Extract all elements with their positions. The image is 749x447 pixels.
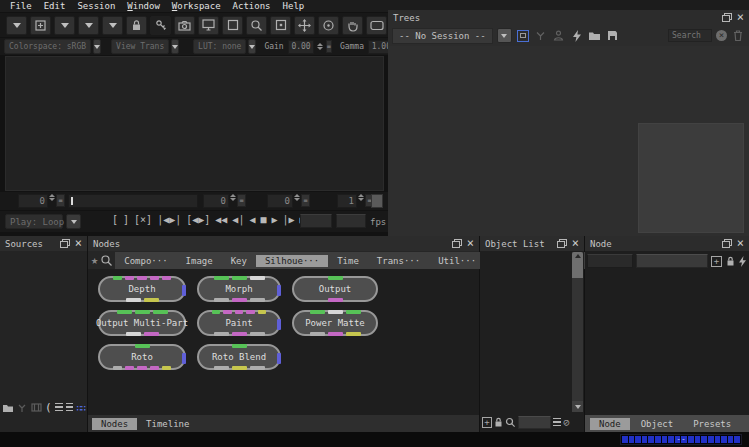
node-tab-node[interactable]: Node <box>590 418 630 430</box>
mode-dropdown[interactable] <box>102 16 123 35</box>
menu-item-workspace[interactable]: Workspace <box>166 1 227 11</box>
tree-branch-icon[interactable] <box>534 29 548 43</box>
lut-chevron[interactable] <box>248 39 256 54</box>
range-end-reset[interactable]: = <box>301 194 310 207</box>
rotate-target-icon[interactable] <box>318 16 339 35</box>
close-panel-icon[interactable]: × <box>467 239 474 248</box>
float-panel-icon[interactable] <box>557 239 567 248</box>
node-item-roto[interactable]: Roto <box>98 344 186 370</box>
save-session-icon[interactable] <box>606 29 620 43</box>
object-search-icon[interactable] <box>505 415 516 429</box>
menu-item-edit[interactable]: Edit <box>38 1 72 11</box>
range-end-input[interactable]: 0 <box>267 194 293 208</box>
tab-time[interactable]: Time <box>328 255 368 267</box>
current-frame-reset[interactable]: = <box>56 194 65 207</box>
play-mode-dropdown[interactable]: Play: Loop <box>5 214 63 229</box>
stop-icon[interactable]: ■ <box>260 214 266 225</box>
tab-image[interactable]: Image <box>177 255 222 267</box>
add-viewport-button[interactable] <box>30 16 51 35</box>
step-fwd-icon[interactable]: |▶ <box>283 214 295 225</box>
step-back-icon[interactable]: ◀| <box>232 214 244 225</box>
overlay-dropdown[interactable] <box>78 16 99 35</box>
lock-object-icon[interactable] <box>494 415 503 429</box>
viewer-canvas[interactable] <box>5 56 384 191</box>
region-of-interest-icon[interactable] <box>366 16 387 35</box>
disable-object-icon[interactable]: ⊘ <box>563 416 570 429</box>
reset-range-icon[interactable]: [×] <box>134 214 152 225</box>
range-start-reset[interactable]: = <box>237 194 246 207</box>
source-clip-icon[interactable] <box>31 401 42 415</box>
pixel-inspect-icon[interactable] <box>270 16 291 35</box>
detail-view-icon[interactable] <box>66 403 73 412</box>
object-sort-icon[interactable] <box>553 418 561 427</box>
tab-silhoue[interactable]: Silhoue··· <box>256 255 328 267</box>
node-tab-presets[interactable]: Presets <box>684 418 740 430</box>
fps-display[interactable] <box>336 214 366 228</box>
step-stepper[interactable] <box>358 194 364 208</box>
range-option-button[interactable] <box>371 194 383 208</box>
current-frame-input[interactable]: 0 <box>18 194 48 208</box>
close-panel-icon[interactable]: × <box>737 13 744 22</box>
node-item-power-matte[interactable]: Power Matte <box>292 310 378 336</box>
lock-node-icon[interactable] <box>725 254 735 268</box>
play-back-icon[interactable]: ◀ <box>249 214 255 225</box>
render-bolt-icon[interactable] <box>570 29 584 43</box>
play-mode-chevron[interactable] <box>66 214 81 229</box>
nodes-search-icon[interactable] <box>100 253 113 267</box>
node-item-roto-blend[interactable]: Roto Blend <box>197 344 281 370</box>
node-name-input[interactable] <box>587 254 633 268</box>
import-folder-icon[interactable] <box>588 29 602 43</box>
object-filter-input[interactable] <box>518 416 552 429</box>
mark-in-icon[interactable]: [ <box>112 214 118 225</box>
node-item-depth[interactable]: Depth <box>98 276 186 302</box>
hand-pan-icon[interactable] <box>342 16 363 35</box>
close-panel-icon[interactable]: × <box>737 239 744 248</box>
float-panel-icon[interactable] <box>60 239 70 248</box>
mark-out-icon[interactable]: ] <box>123 214 129 225</box>
gain-stepper[interactable] <box>317 43 323 50</box>
scroll-up-button[interactable] <box>572 252 583 278</box>
clear-search-icon[interactable]: × <box>716 30 727 41</box>
list-view-icon[interactable] <box>55 403 64 412</box>
colorspace-dropdown[interactable]: Colorspace: sRGB <box>4 39 91 54</box>
lock-icon[interactable] <box>126 16 147 35</box>
menu-item-session[interactable]: Session <box>71 1 121 11</box>
node-item-output-multi-part[interactable]: Output Multi-Part <box>98 310 186 336</box>
close-panel-icon[interactable]: × <box>75 239 82 248</box>
node-item-paint[interactable]: Paint <box>197 310 281 336</box>
step-input[interactable]: 1 <box>337 194 357 208</box>
view-transform-dropdown[interactable]: View Trans <box>111 39 169 54</box>
view-preset-dropdown[interactable] <box>6 16 27 35</box>
tab-trans[interactable]: Trans··· <box>368 255 429 267</box>
menu-item-actions[interactable]: Actions <box>227 1 277 11</box>
timeline-slider[interactable] <box>68 194 198 208</box>
tab-key[interactable]: Key <box>222 255 256 267</box>
colorspace-chevron[interactable] <box>93 39 101 54</box>
current-frame-stepper[interactable] <box>49 194 55 208</box>
close-panel-icon[interactable]: × <box>572 239 579 248</box>
float-panel-icon[interactable] <box>452 239 462 248</box>
view-transform-chevron[interactable] <box>171 39 179 54</box>
view-tab-timeline[interactable]: Timeline <box>137 418 198 430</box>
favorites-star-icon[interactable]: ★ <box>91 253 98 267</box>
lut-dropdown[interactable]: LUT: none <box>193 39 246 54</box>
range-start-stepper[interactable] <box>230 194 236 208</box>
playhead-marker[interactable] <box>71 197 73 205</box>
key-icon[interactable] <box>150 16 171 35</box>
session-chevron[interactable] <box>497 28 512 43</box>
trees-content-area[interactable] <box>388 46 749 236</box>
monitor-icon[interactable] <box>198 16 219 35</box>
scroll-down-button[interactable] <box>572 401 583 412</box>
add-object-icon[interactable]: + <box>482 417 492 428</box>
process-bolt-icon[interactable] <box>738 254 747 268</box>
range-end-stepper[interactable] <box>294 194 300 208</box>
gain-input[interactable]: 0.00 <box>288 40 314 54</box>
snapshot-camera-icon[interactable] <box>174 16 195 35</box>
go-start-icon[interactable]: ◀◀ <box>215 214 227 225</box>
node-item-output[interactable]: Output <box>292 276 378 302</box>
tree-view-toggle-icon[interactable] <box>516 29 530 43</box>
tab-util[interactable]: Util··· <box>429 255 485 267</box>
view-tab-nodes[interactable]: Nodes <box>92 418 137 430</box>
frame-region-icon[interactable] <box>222 16 243 35</box>
play-icon[interactable]: ▶ <box>271 214 277 225</box>
